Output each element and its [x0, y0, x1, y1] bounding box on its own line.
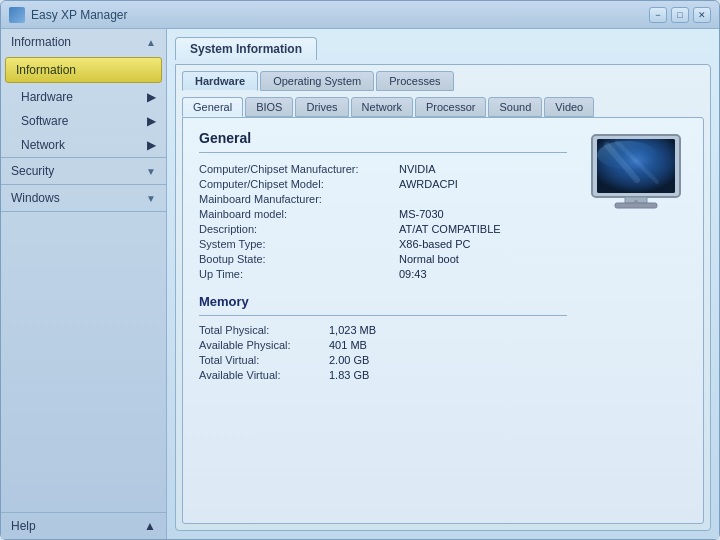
info-row-5: System Type: X86-based PC: [199, 238, 567, 250]
memory-value-0: 1,023 MB: [329, 324, 376, 336]
chevron-up-icon-help: ▲: [144, 519, 156, 533]
window-controls: − □ ✕: [649, 7, 711, 23]
chevron-right-icon-2: ▶: [147, 114, 156, 128]
info-panel: General Computer/Chipset Manufacturer: N…: [182, 117, 704, 524]
memory-divider: [199, 315, 567, 316]
memory-value-2: 2.00 GB: [329, 354, 369, 366]
tab-processes[interactable]: Processes: [376, 71, 453, 91]
info-value-3: MS-7030: [399, 208, 444, 220]
tab-sound[interactable]: Sound: [488, 97, 542, 117]
tab-network[interactable]: Network: [351, 97, 413, 117]
inner-tab-bar: Hardware Operating System Processes: [182, 71, 704, 91]
sidebar-header-windows-label: Windows: [11, 191, 60, 205]
app-title: Easy XP Manager: [31, 8, 649, 22]
tab-processor[interactable]: Processor: [415, 97, 487, 117]
chevron-up-icon: ▲: [146, 37, 156, 48]
info-row-1: Computer/Chipset Model: AWRDACPI: [199, 178, 567, 190]
info-value-0: NVIDIA: [399, 163, 436, 175]
info-row-3: Mainboard model: MS-7030: [199, 208, 567, 220]
memory-section-title: Memory: [199, 294, 567, 309]
info-row-0: Computer/Chipset Manufacturer: NVIDIA: [199, 163, 567, 175]
memory-row-2: Total Virtual: 2.00 GB: [199, 354, 567, 366]
sidebar-header-information[interactable]: Information ▲: [1, 29, 166, 55]
tab-video[interactable]: Video: [544, 97, 594, 117]
info-row-6: Bootup State: Normal boot: [199, 253, 567, 265]
sidebar-header-security-label: Security: [11, 164, 54, 178]
sidebar-section-security: Security ▼: [1, 158, 166, 185]
info-value-5: X86-based PC: [399, 238, 471, 250]
sidebar-header-information-label: Information: [11, 35, 71, 49]
memory-row-0: Total Physical: 1,023 MB: [199, 324, 567, 336]
info-value-6: Normal boot: [399, 253, 459, 265]
content-area: System Information Hardware Operating Sy…: [167, 29, 719, 539]
info-label-1: Computer/Chipset Model:: [199, 178, 399, 190]
memory-label-0: Total Physical:: [199, 324, 329, 336]
info-value-7: 09:43: [399, 268, 427, 280]
main-layout: Information ▲ Information Hardware ▶ Sof…: [1, 29, 719, 539]
tab-drives[interactable]: Drives: [295, 97, 348, 117]
svg-point-8: [634, 200, 638, 204]
app-icon: [9, 7, 25, 23]
info-label-4: Description:: [199, 223, 399, 235]
detail-tab-bar: General BIOS Drives Network Processor: [182, 97, 704, 117]
info-label-5: System Type:: [199, 238, 399, 250]
minimize-button[interactable]: −: [649, 7, 667, 23]
sidebar-header-security[interactable]: Security ▼: [1, 158, 166, 184]
sidebar-header-windows[interactable]: Windows ▼: [1, 185, 166, 211]
info-label-6: Bootup State:: [199, 253, 399, 265]
sidebar-section-information: Information ▲ Information Hardware ▶ Sof…: [1, 29, 166, 158]
memory-label-2: Total Virtual:: [199, 354, 329, 366]
chevron-right-icon: ▶: [147, 90, 156, 104]
sidebar-item-software[interactable]: Software ▶: [1, 109, 166, 133]
memory-value-3: 1.83 GB: [329, 369, 369, 381]
general-section-title: General: [199, 130, 567, 146]
info-content: General Computer/Chipset Manufacturer: N…: [199, 130, 567, 511]
main-window: Easy XP Manager − □ ✕ Information ▲ Info…: [0, 0, 720, 540]
info-label-0: Computer/Chipset Manufacturer:: [199, 163, 399, 175]
memory-label-1: Available Physical:: [199, 339, 329, 351]
info-value-1: AWRDACPI: [399, 178, 458, 190]
chevron-down-icon-security: ▼: [146, 166, 156, 177]
info-label-7: Up Time:: [199, 268, 399, 280]
info-label-3: Mainboard model:: [199, 208, 399, 220]
maximize-button[interactable]: □: [671, 7, 689, 23]
monitor-illustration: [587, 130, 687, 220]
info-row-7: Up Time: 09:43: [199, 268, 567, 280]
close-button[interactable]: ✕: [693, 7, 711, 23]
info-row-4: Description: AT/AT COMPATIBLE: [199, 223, 567, 235]
sidebar-item-hardware[interactable]: Hardware ▶: [1, 85, 166, 109]
info-value-4: AT/AT COMPATIBLE: [399, 223, 501, 235]
memory-label-3: Available Virtual:: [199, 369, 329, 381]
tab-hardware[interactable]: Hardware: [182, 71, 258, 91]
sidebar-help[interactable]: Help ▲: [1, 512, 166, 539]
outer-tab-bar: System Information: [175, 37, 711, 60]
tab-bios[interactable]: BIOS: [245, 97, 293, 117]
chevron-right-icon-3: ▶: [147, 138, 156, 152]
sidebar: Information ▲ Information Hardware ▶ Sof…: [1, 29, 167, 539]
inner-container: Hardware Operating System Processes Gene…: [175, 64, 711, 531]
memory-row-3: Available Virtual: 1.83 GB: [199, 369, 567, 381]
memory-value-1: 401 MB: [329, 339, 367, 351]
sidebar-section-windows: Windows ▼: [1, 185, 166, 212]
tab-operating-system[interactable]: Operating System: [260, 71, 374, 91]
tab-system-information[interactable]: System Information: [175, 37, 317, 60]
title-bar: Easy XP Manager − □ ✕: [1, 1, 719, 29]
info-label-2: Mainboard Manufacturer:: [199, 193, 399, 205]
sidebar-item-network[interactable]: Network ▶: [1, 133, 166, 157]
sidebar-item-information[interactable]: Information: [5, 57, 162, 83]
memory-row-1: Available Physical: 401 MB: [199, 339, 567, 351]
tab-general[interactable]: General: [182, 97, 243, 117]
info-row-2: Mainboard Manufacturer:: [199, 193, 567, 205]
general-divider: [199, 152, 567, 153]
chevron-down-icon-windows: ▼: [146, 193, 156, 204]
